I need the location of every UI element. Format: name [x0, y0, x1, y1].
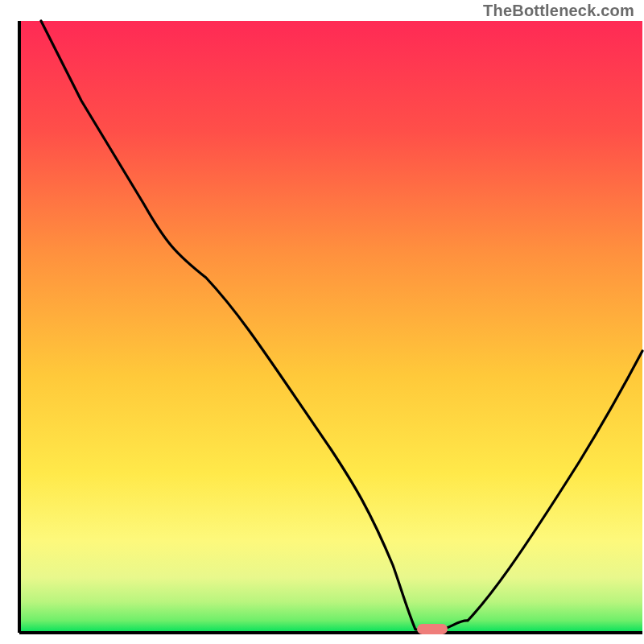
- bottleneck-chart: TheBottleneck.com: [0, 0, 644, 644]
- watermark-text: TheBottleneck.com: [483, 2, 634, 20]
- gradient-background: [19, 21, 642, 633]
- optimal-marker: [417, 624, 448, 634]
- chart-svg: [0, 0, 644, 644]
